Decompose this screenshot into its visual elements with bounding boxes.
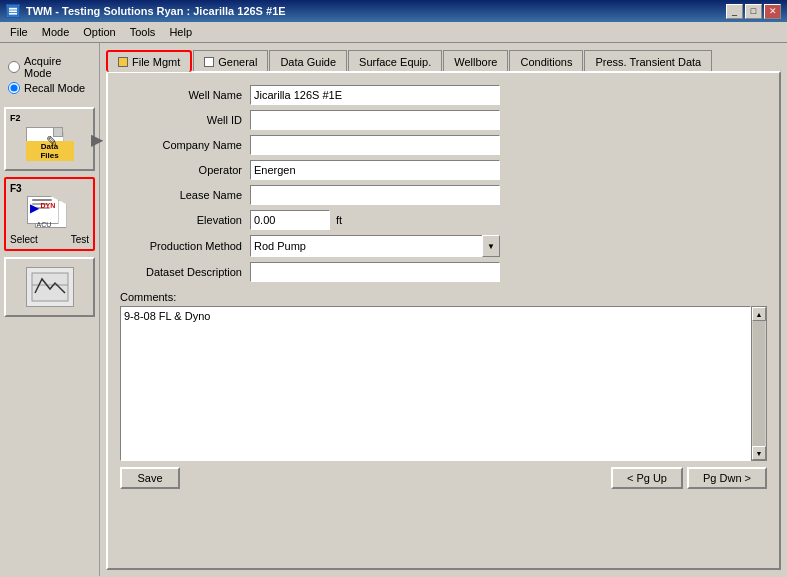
pg-up-button[interactable]: < Pg Up [611,467,683,489]
comments-label: Comments: [120,291,767,303]
comments-section: Comments: 9-8-08 FL & Dyno ▲ ▼ [120,291,767,461]
lease-name-label: Lease Name [120,189,250,201]
dataset-desc-input[interactable] [250,262,500,282]
scrollbar-down-button[interactable]: ▼ [752,446,766,460]
tab-file-mgmt[interactable]: File Mgmt [106,50,192,72]
form-panel: Well Name Well ID Company Name Operator … [106,71,781,570]
tab-general[interactable]: General [193,50,268,72]
menu-option[interactable]: Option [77,24,121,40]
company-name-input[interactable] [250,135,500,155]
tab-surface-equip[interactable]: Surface Equip. [348,50,442,72]
production-method-row: Production Method Rod Pump Gas Lift ESP … [120,235,767,257]
tab-general-square-icon [204,57,214,67]
f3-select-label: Select [10,234,38,245]
elevation-row: Elevation ft [120,210,767,230]
window-controls: _ □ ✕ [726,4,781,19]
menu-file[interactable]: File [4,24,34,40]
operator-row: Operator [120,160,767,180]
recall-radio-input[interactable] [8,82,20,94]
close-button[interactable]: ✕ [764,4,781,19]
f3-play-icon: ▶ [30,201,39,215]
tab-wellbore[interactable]: Wellbore [443,50,508,72]
title-bar: TWM - Testing Solutions Ryan : Jicarilla… [0,0,787,22]
lease-name-input[interactable] [250,185,500,205]
tab-data-guide-label: Data Guide [280,56,336,68]
svg-rect-1 [9,8,17,10]
pagination-buttons: < Pg Up Pg Dwn > [611,467,767,489]
tab-press-transient-label: Press. Transient Data [595,56,701,68]
menu-tools[interactable]: Tools [124,24,162,40]
tab-square-icon [118,57,128,67]
f3-dyn-label: DYN [41,202,56,209]
elevation-label: Elevation [120,214,250,226]
lease-name-row: Lease Name [120,185,767,205]
f3-icon: ▶ DYN ACU [27,196,73,232]
well-name-label: Well Name [120,89,250,101]
production-method-label: Production Method [120,240,250,252]
company-name-label: Company Name [120,139,250,151]
sidebar: Acquire Mode Recall Mode F2 ✎ DataFiles … [0,43,100,576]
svg-rect-2 [9,11,17,13]
f2-button[interactable]: F2 ✎ DataFiles ▶ [4,107,95,171]
mode-radio-group: Acquire Mode Recall Mode [4,51,95,101]
menu-help[interactable]: Help [163,24,198,40]
f3-test-label: Test [71,234,89,245]
elevation-input[interactable] [250,210,330,230]
app-icon [6,4,20,18]
tab-file-mgmt-label: File Mgmt [132,56,180,68]
comments-scrollbar: ▲ ▼ [751,306,767,461]
f2-icon: ✎ DataFiles [26,127,74,163]
production-method-select-container: Rod Pump Gas Lift ESP Plunger Flowing Ot… [250,235,500,257]
elevation-unit: ft [336,214,342,226]
tab-press-transient[interactable]: Press. Transient Data [584,50,712,72]
production-method-select[interactable]: Rod Pump Gas Lift ESP Plunger Flowing Ot… [250,235,500,257]
dataset-desc-row: Dataset Description [120,262,767,282]
well-name-row: Well Name [120,85,767,105]
acquire-mode-radio[interactable]: Acquire Mode [8,55,91,79]
maximize-button[interactable]: □ [745,4,762,19]
tab-conditions[interactable]: Conditions [509,50,583,72]
window-title: TWM - Testing Solutions Ryan : Jicarilla… [26,5,286,17]
acquire-mode-label: Acquire Mode [24,55,91,79]
operator-input[interactable] [250,160,500,180]
bottom-bar: Save < Pg Up Pg Dwn > [120,467,767,489]
well-id-row: Well ID [120,110,767,130]
tab-wellbore-label: Wellbore [454,56,497,68]
sidebar-bottom-icon [26,267,74,307]
tab-general-label: General [218,56,257,68]
operator-label: Operator [120,164,250,176]
well-name-input[interactable] [250,85,500,105]
tab-data-guide[interactable]: Data Guide [269,50,347,72]
main-layout: Acquire Mode Recall Mode F2 ✎ DataFiles … [0,43,787,576]
tabs-container: File Mgmt General Data Guide Surface Equ… [106,49,781,71]
dataset-desc-label: Dataset Description [120,266,250,278]
f3-acu-label: ACU [37,221,52,228]
comments-box-container: 9-8-08 FL & Dyno ▲ ▼ [120,306,767,461]
tab-surface-equip-label: Surface Equip. [359,56,431,68]
scrollbar-up-button[interactable]: ▲ [752,307,766,321]
company-name-row: Company Name [120,135,767,155]
well-id-label: Well ID [120,114,250,126]
f3-label: F3 [10,183,22,194]
content-area: File Mgmt General Data Guide Surface Equ… [100,43,787,576]
menu-mode[interactable]: Mode [36,24,76,40]
sidebar-bottom-button[interactable] [4,257,95,317]
f2-label: F2 [10,113,21,123]
scrollbar-track [753,321,765,446]
well-id-input[interactable] [250,110,500,130]
f2-chevron-icon: ▶ [91,130,103,149]
save-button[interactable]: Save [120,467,180,489]
f3-button[interactable]: F3 ▶ DYN ACU Select Test [4,177,95,251]
tab-conditions-label: Conditions [520,56,572,68]
svg-rect-3 [9,13,17,15]
recall-mode-radio[interactable]: Recall Mode [8,82,91,94]
minimize-button[interactable]: _ [726,4,743,19]
recall-mode-label: Recall Mode [24,82,85,94]
menu-bar: File Mode Option Tools Help [0,22,787,43]
acquire-radio-input[interactable] [8,61,20,73]
comments-textarea[interactable]: 9-8-08 FL & Dyno [120,306,751,461]
pg-dwn-button[interactable]: Pg Dwn > [687,467,767,489]
